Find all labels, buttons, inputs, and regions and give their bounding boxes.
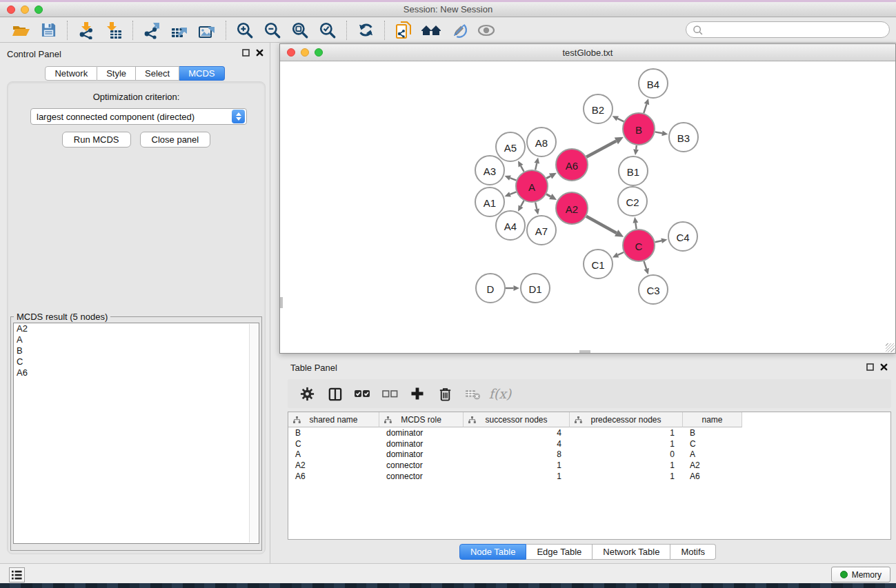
- table-cell[interactable]: connector: [379, 460, 464, 470]
- memory-button[interactable]: Memory: [831, 567, 890, 582]
- export-table-button[interactable]: [166, 19, 193, 41]
- table-cell[interactable]: 4: [464, 439, 570, 449]
- network-resize-grip[interactable]: [886, 343, 895, 352]
- table-cell[interactable]: C: [683, 439, 742, 449]
- table-cell[interactable]: A: [683, 449, 742, 459]
- column-header-MCDS-role[interactable]: MCDS role: [379, 412, 464, 427]
- table-row[interactable]: Bdominator41B: [288, 427, 890, 438]
- graph-edge-A-A6[interactable]: [546, 176, 550, 178]
- search-input[interactable]: [704, 23, 889, 36]
- table-cell[interactable]: A: [288, 449, 379, 459]
- graph-edge-A-A5[interactable]: [521, 166, 524, 172]
- table-cell[interactable]: A2: [288, 460, 379, 470]
- column-header-successor-nodes[interactable]: successor nodes: [464, 412, 570, 427]
- graph-edge-B-B2[interactable]: [617, 119, 624, 122]
- function-builder-button[interactable]: f(x): [488, 383, 512, 405]
- import-table-button[interactable]: [100, 19, 128, 41]
- tab-edge-table[interactable]: Edge Table: [526, 544, 593, 560]
- close-table-panel-icon[interactable]: [879, 363, 888, 372]
- graph-edge-B-B4[interactable]: [644, 104, 646, 113]
- table-cell[interactable]: B: [288, 428, 379, 438]
- result-item[interactable]: A6: [14, 367, 259, 378]
- minimize-window-button[interactable]: [21, 6, 29, 14]
- close-window-button[interactable]: [7, 6, 15, 14]
- zoom-selected-button[interactable]: [314, 19, 341, 41]
- mcds-result-list[interactable]: A2ABCA6: [13, 323, 259, 544]
- delete-column-button[interactable]: [432, 383, 457, 405]
- table-cell[interactable]: 1: [570, 439, 683, 449]
- table-cell[interactable]: dominator: [379, 449, 464, 459]
- search-field[interactable]: [686, 21, 890, 38]
- graph-edge-A-A1[interactable]: [510, 192, 516, 194]
- task-history-button[interactable]: [9, 567, 25, 582]
- graph-edge-C-C3[interactable]: [644, 261, 646, 269]
- table-cell[interactable]: 1: [464, 460, 570, 470]
- graph-edge-B-B3[interactable]: [655, 132, 662, 133]
- table-cell[interactable]: 8: [464, 449, 570, 459]
- close-panel-icon[interactable]: [255, 48, 264, 57]
- table-cell[interactable]: 1: [570, 428, 683, 438]
- graph-edge-A-A8[interactable]: [535, 163, 537, 170]
- table-cell[interactable]: 1: [570, 460, 683, 470]
- graph-edge-C-C4[interactable]: [655, 241, 662, 242]
- zoom-out-button[interactable]: [259, 19, 286, 41]
- import-network-button[interactable]: [72, 19, 100, 41]
- network-minimize-button[interactable]: [301, 48, 309, 57]
- node-table[interactable]: shared nameMCDS rolesuccessor nodesprede…: [288, 412, 891, 540]
- deselect-all-columns-button[interactable]: [377, 383, 402, 405]
- column-header-name[interactable]: name: [683, 412, 742, 427]
- save-session-button[interactable]: [34, 19, 62, 41]
- graph-edge-C-C1[interactable]: [618, 252, 624, 255]
- graph-edge-A-A3[interactable]: [510, 178, 516, 180]
- graph-edge-A2-C[interactable]: [586, 216, 617, 233]
- float-table-panel-icon[interactable]: [866, 363, 875, 372]
- result-item[interactable]: A: [14, 334, 259, 345]
- graph-edge-A-A7[interactable]: [535, 202, 537, 209]
- refresh-button[interactable]: [352, 19, 379, 41]
- network-canvas[interactable]: B4B2BB3A8A5A6B1A3AA1C2A2A4A7C4CC1C3DD1: [280, 61, 895, 353]
- network-maximize-button[interactable]: [315, 48, 323, 57]
- criterion-dropdown[interactable]: largest connected component (directed): [30, 108, 247, 125]
- result-scrollbar[interactable]: [249, 324, 258, 543]
- network-hscroll-thumb[interactable]: [579, 350, 590, 353]
- run-mcds-button[interactable]: Run MCDS: [62, 132, 131, 148]
- table-cell[interactable]: dominator: [379, 428, 464, 438]
- table-cell[interactable]: C: [288, 439, 379, 449]
- add-column-button[interactable]: [405, 383, 430, 405]
- table-settings-button[interactable]: [295, 383, 319, 405]
- table-cell[interactable]: A6: [683, 472, 742, 481]
- graph-edge-A-A4[interactable]: [521, 201, 524, 206]
- tab-select[interactable]: Select: [136, 66, 179, 81]
- table-row[interactable]: A2connector11A2: [288, 460, 890, 471]
- column-header-shared-name[interactable]: shared name: [288, 412, 379, 427]
- zoom-in-button[interactable]: [231, 19, 259, 41]
- graph-edge-B-B1[interactable]: [636, 145, 637, 150]
- tab-style[interactable]: Style: [97, 66, 136, 81]
- tab-node-table[interactable]: Node Table: [459, 544, 527, 560]
- table-row[interactable]: Cdominator41C: [288, 438, 890, 449]
- show-columns-button[interactable]: [322, 383, 347, 405]
- delete-table-button[interactable]: [460, 383, 485, 405]
- table-cell[interactable]: connector: [379, 472, 464, 481]
- result-item[interactable]: C: [14, 356, 259, 367]
- network-close-button[interactable]: [287, 48, 295, 57]
- table-cell[interactable]: 4: [464, 428, 570, 438]
- tab-mcds[interactable]: MCDS: [179, 66, 224, 81]
- hide-annotations-button[interactable]: [445, 19, 472, 41]
- tab-network-table[interactable]: Network Table: [593, 544, 670, 560]
- graph-edge-C-C2[interactable]: [635, 223, 636, 229]
- zoom-fit-button[interactable]: [286, 19, 314, 41]
- tab-motifs[interactable]: Motifs: [670, 544, 716, 560]
- export-image-button[interactable]: [193, 19, 221, 41]
- table-cell[interactable]: 1: [570, 472, 683, 481]
- export-network-button[interactable]: [138, 19, 166, 41]
- table-cell[interactable]: 0: [570, 449, 683, 459]
- result-item[interactable]: A2: [14, 323, 259, 334]
- graph-edge-A-A2[interactable]: [546, 194, 550, 196]
- show-hide-eye-button[interactable]: [472, 19, 500, 41]
- open-session-button[interactable]: [7, 19, 34, 41]
- table-cell[interactable]: dominator: [379, 439, 464, 449]
- table-cell[interactable]: A2: [683, 460, 742, 470]
- table-row[interactable]: Adominator80A: [288, 449, 890, 460]
- column-header-predecessor-nodes[interactable]: predecessor nodes: [570, 412, 683, 427]
